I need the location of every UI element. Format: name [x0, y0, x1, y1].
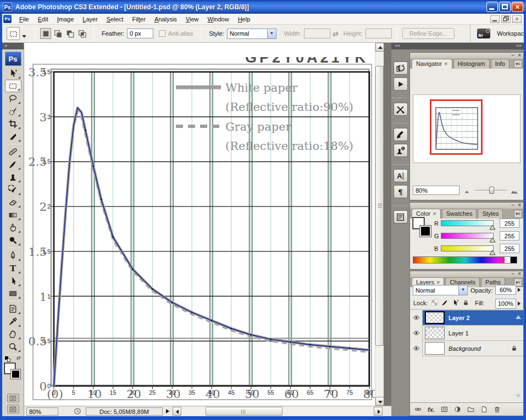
style-select[interactable]: Normal ▼ — [227, 29, 276, 39]
fill-input[interactable] — [495, 299, 516, 309]
layer-thumbnail[interactable] — [425, 342, 445, 355]
lock-all-icon[interactable] — [462, 299, 469, 306]
document-minimize-button[interactable] — [490, 15, 500, 23]
crop-tool[interactable] — [5, 117, 21, 130]
swap-colors-icon[interactable]: ⇄ — [16, 355, 21, 361]
white-swatch[interactable] — [505, 257, 511, 263]
subtract-from-selection-button[interactable] — [64, 28, 75, 39]
channel-G-value[interactable] — [500, 231, 519, 240]
navigator-zoom-input[interactable] — [413, 186, 459, 195]
scroll-up-button[interactable] — [375, 43, 384, 52]
intersect-selection-button[interactable] — [76, 28, 87, 39]
layer-comps-panel-button[interactable] — [394, 210, 408, 223]
layer-visibility-toggle[interactable] — [410, 326, 423, 341]
tab-swatches[interactable]: Swatches — [442, 209, 477, 219]
move-tool[interactable] — [5, 67, 21, 80]
gradient-tool[interactable] — [5, 209, 21, 221]
menu-help[interactable]: Help — [234, 14, 255, 24]
layer-thumbnail[interactable] — [425, 311, 445, 324]
zoom-out-icon[interactable] — [464, 187, 472, 195]
tab-histogram[interactable]: Histogram — [453, 59, 490, 69]
tab-close-icon[interactable]: × — [433, 210, 436, 217]
swap-dimensions-icon[interactable]: ⇄ — [333, 30, 339, 38]
add-layer-mask-icon[interactable] — [441, 406, 448, 413]
lock-position-icon[interactable] — [452, 299, 459, 306]
blend-mode-select[interactable]: Normal ▼ — [413, 285, 468, 295]
panel-close-icon[interactable]: × — [518, 53, 521, 58]
menu-analysis[interactable]: Analysis — [150, 14, 181, 24]
opacity-spinner-icon[interactable] — [518, 288, 521, 292]
horizontal-scroll-track[interactable] — [181, 407, 374, 416]
menu-image[interactable]: Image — [53, 14, 79, 24]
notes-tool[interactable] — [5, 303, 21, 315]
layer-visibility-toggle[interactable] — [410, 310, 423, 326]
zoom-in-icon[interactable] — [510, 187, 519, 195]
navigator-view-box[interactable] — [430, 99, 483, 155]
layer-visibility-toggle[interactable] — [410, 341, 423, 356]
feather-input[interactable] — [127, 29, 153, 38]
link-layers-icon[interactable] — [414, 406, 422, 413]
healing-brush-tool[interactable] — [5, 145, 21, 158]
menu-filter[interactable]: Filter — [128, 14, 150, 24]
layer-row-background[interactable]: Background — [410, 341, 523, 356]
navigator-proxy-preview[interactable] — [413, 94, 521, 163]
menu-layer[interactable]: Layer — [78, 14, 102, 24]
history-brush-tool[interactable] — [5, 183, 21, 196]
chevron-down-icon[interactable]: ▼ — [267, 29, 276, 38]
paragraph-panel-button[interactable] — [394, 185, 408, 198]
chevron-down-icon[interactable]: ▼ — [458, 285, 467, 295]
panel-menu-icon[interactable]: ▾≡ — [514, 60, 522, 68]
status-zoom-input[interactable] — [26, 407, 58, 416]
menu-view[interactable]: View — [181, 14, 203, 24]
tab-navigator[interactable]: Navigator× — [412, 59, 452, 69]
channel-R-value[interactable] — [500, 219, 519, 228]
character-panel-button[interactable] — [394, 169, 408, 182]
panel-close-icon[interactable]: × — [518, 203, 521, 208]
screen-mode-button[interactable] — [7, 405, 19, 413]
channel-B-slider-thumb[interactable] — [489, 250, 496, 255]
new-selection-button[interactable] — [40, 28, 51, 39]
lock-transparency-icon[interactable] — [431, 299, 438, 306]
type-tool[interactable] — [5, 262, 21, 275]
expand-dock-icon[interactable]: »» — [516, 43, 522, 49]
rectangular-marquee-tool[interactable] — [5, 80, 21, 92]
rectangle-shape-tool[interactable] — [5, 287, 21, 300]
refine-edge-button[interactable]: Refine Edge... — [402, 28, 455, 39]
document-close-button[interactable]: × — [512, 15, 522, 23]
brush-tool[interactable] — [5, 158, 21, 171]
window-minimize-button[interactable] — [486, 2, 498, 12]
channel-G-slider-thumb[interactable] — [489, 237, 496, 243]
slice-tool[interactable] — [5, 130, 21, 143]
quick-mask-button[interactable] — [7, 394, 19, 402]
color-spectrum-ramp[interactable] — [413, 256, 517, 264]
dock-header[interactable]: ««»» — [391, 43, 524, 49]
version-cue-icon[interactable] — [74, 407, 81, 415]
navigator-zoom-slider[interactable] — [475, 190, 507, 191]
menu-window[interactable]: Window — [203, 14, 234, 24]
pen-tool[interactable] — [5, 249, 21, 262]
layer-thumbnail[interactable] — [425, 327, 445, 339]
history-panel-button[interactable] — [394, 61, 408, 75]
layers-scroll-up-icon[interactable] — [516, 315, 521, 319]
window-close-button[interactable]: × — [512, 2, 523, 12]
vertical-scrollbar[interactable] — [375, 43, 384, 406]
layer-row-layer-2[interactable]: Layer 2 — [410, 310, 523, 326]
delete-layer-icon[interactable] — [494, 406, 501, 413]
channel-B-value[interactable] — [500, 244, 519, 253]
bridge-button[interactable]: Br — [477, 29, 490, 38]
tool-preset-picker[interactable] — [7, 27, 20, 40]
quick-selection-tool[interactable] — [5, 105, 21, 117]
horizontal-scroll-thumb[interactable] — [206, 407, 283, 416]
width-input[interactable] — [304, 29, 330, 38]
brushes-panel-button[interactable] — [394, 128, 408, 141]
panel-menu-icon[interactable]: ▾≡ — [514, 210, 522, 218]
layers-scroll-down-icon[interactable] — [516, 394, 521, 398]
actions-panel-button[interactable] — [394, 77, 408, 91]
document-size-readout[interactable]: Doc: 5,05M/8,89M — [86, 407, 163, 416]
menu-select[interactable]: Select — [102, 14, 128, 24]
collapse-dock-icon[interactable]: «« — [395, 43, 400, 49]
add-to-selection-button[interactable] — [52, 28, 63, 39]
channel-R-slider-thumb[interactable] — [489, 225, 496, 230]
hand-tool[interactable] — [5, 328, 21, 340]
tool-preset-dropdown-arrow[interactable] — [22, 35, 26, 38]
